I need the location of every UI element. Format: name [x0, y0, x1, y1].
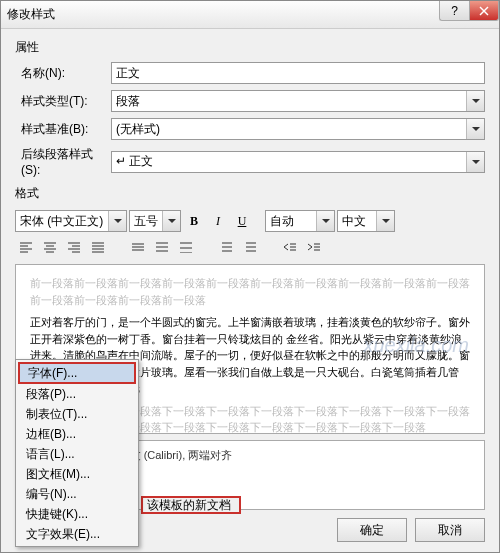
cancel-button[interactable]: 取消	[415, 518, 485, 542]
line-spacing-icon	[179, 241, 193, 253]
chevron-down-icon	[466, 119, 484, 139]
following-combo[interactable]: ↵ 正文	[111, 151, 485, 173]
font-family-combo[interactable]: 宋体 (中文正文)	[15, 210, 127, 232]
paragraph-toolbar	[15, 236, 485, 258]
align-left-icon	[19, 241, 33, 253]
line-spacing-icon	[155, 241, 169, 253]
align-left-button[interactable]	[15, 236, 37, 258]
name-input[interactable]: 正文	[111, 62, 485, 84]
font-size-combo[interactable]: 五号	[129, 210, 181, 232]
chevron-down-icon	[466, 152, 484, 172]
following-row: 后续段落样式(S): ↵ 正文	[15, 146, 485, 177]
following-label: 后续段落样式(S):	[15, 146, 111, 177]
modify-style-dialog: 修改样式 ? 属性 名称(N): 正文 样式类型(T): 段落 样式基准(B):…	[0, 0, 500, 553]
name-row: 名称(N): 正文	[15, 62, 485, 84]
preview-gray-before: 前一段落前一段落前一段落前一段落前一段落前一段落前一段落前一段落前一段落前一段落…	[30, 275, 470, 308]
name-label: 名称(N):	[15, 65, 111, 82]
format-popup-menu: 字体(F)...段落(P)...制表位(T)...边框(B)...语言(L)..…	[15, 359, 139, 547]
help-button[interactable]: ?	[439, 1, 469, 21]
font-toolbar: 宋体 (中文正文) 五号 B I U 自动 中文	[15, 210, 485, 232]
align-center-button[interactable]	[39, 236, 61, 258]
titlebar: 修改样式 ?	[1, 1, 499, 29]
popup-item[interactable]: 语言(L)...	[18, 444, 136, 464]
space-before-dec-button[interactable]	[239, 236, 261, 258]
spacing-1-button[interactable]	[127, 236, 149, 258]
popup-item[interactable]: 边框(B)...	[18, 424, 136, 444]
popup-item[interactable]: 图文框(M)...	[18, 464, 136, 484]
spacing-2-button[interactable]	[175, 236, 197, 258]
close-icon	[479, 6, 489, 16]
style-based-label: 样式基准(B):	[15, 121, 111, 138]
align-right-icon	[67, 241, 81, 253]
underline-button[interactable]: U	[231, 210, 253, 232]
bold-button[interactable]: B	[183, 210, 205, 232]
lang-combo[interactable]: 中文	[337, 210, 395, 232]
new-doc-highlight: 该模板的新文档	[141, 496, 241, 514]
popup-item[interactable]: 快捷键(K)...	[18, 504, 136, 524]
para-space-icon	[243, 241, 257, 253]
align-justify-icon	[91, 241, 105, 253]
style-based-row: 样式基准(B): (无样式)	[15, 118, 485, 140]
line-spacing-icon	[131, 241, 145, 253]
indent-icon	[307, 241, 321, 253]
style-type-combo[interactable]: 段落	[111, 90, 485, 112]
style-based-combo[interactable]: (无样式)	[111, 118, 485, 140]
font-color-combo[interactable]: 自动	[265, 210, 335, 232]
space-before-inc-button[interactable]	[215, 236, 237, 258]
ok-button[interactable]: 确定	[337, 518, 407, 542]
outdent-icon	[283, 241, 297, 253]
align-right-button[interactable]	[63, 236, 85, 258]
dialog-body: 属性 名称(N): 正文 样式类型(T): 段落 样式基准(B): (无样式) …	[1, 29, 499, 552]
style-type-label: 样式类型(T):	[15, 93, 111, 110]
indent-dec-button[interactable]	[279, 236, 301, 258]
chevron-down-icon	[162, 211, 180, 231]
popup-item[interactable]: 编号(N)...	[18, 484, 136, 504]
chevron-down-icon	[376, 211, 394, 231]
popup-item[interactable]: 段落(P)...	[18, 384, 136, 404]
italic-button[interactable]: I	[207, 210, 229, 232]
chevron-down-icon	[316, 211, 334, 231]
chevron-down-icon	[108, 211, 126, 231]
popup-item[interactable]: 制表位(T)...	[18, 404, 136, 424]
window-title: 修改样式	[7, 6, 55, 23]
chevron-down-icon	[466, 91, 484, 111]
align-justify-button[interactable]	[87, 236, 109, 258]
popup-item[interactable]: 文字效果(E)...	[18, 524, 136, 544]
close-button[interactable]	[469, 1, 499, 21]
indent-inc-button[interactable]	[303, 236, 325, 258]
popup-item[interactable]: 字体(F)...	[18, 362, 136, 384]
style-type-row: 样式类型(T): 段落	[15, 90, 485, 112]
window-controls: ?	[439, 1, 499, 21]
align-center-icon	[43, 241, 57, 253]
properties-section-label: 属性	[15, 39, 485, 56]
spacing-15-button[interactable]	[151, 236, 173, 258]
para-space-icon	[219, 241, 233, 253]
format-section-label: 格式	[15, 185, 485, 202]
